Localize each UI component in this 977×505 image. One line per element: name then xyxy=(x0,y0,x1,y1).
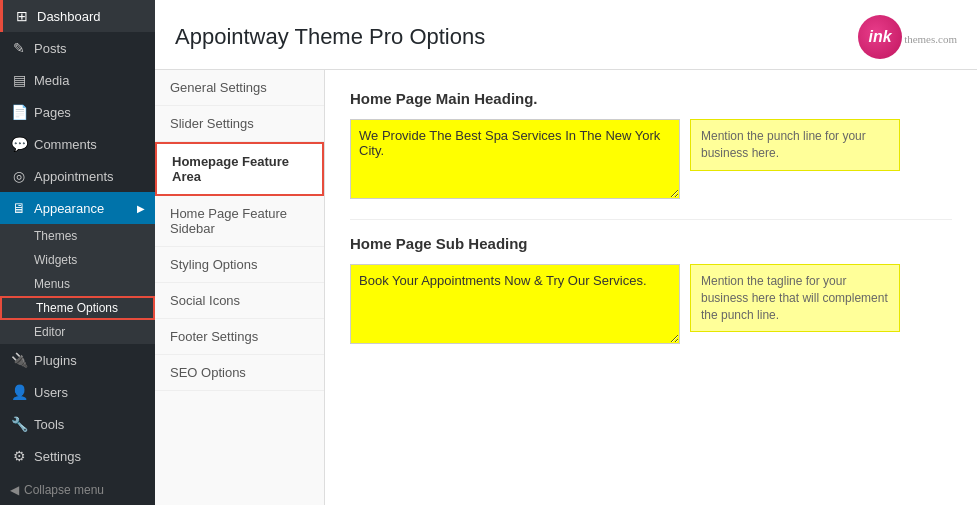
left-nav: General Settings Slider Settings Homepag… xyxy=(155,70,325,505)
logo-themes-text: themes.com xyxy=(904,27,957,48)
media-icon: ▤ xyxy=(10,72,28,88)
section1-hint: Mention the punch line for your business… xyxy=(690,119,900,171)
nav-slider-settings[interactable]: Slider Settings xyxy=(155,106,324,142)
tools-icon: 🔧 xyxy=(10,416,28,432)
nav-styling-options[interactable]: Styling Options xyxy=(155,247,324,283)
content-area: General Settings Slider Settings Homepag… xyxy=(155,70,977,505)
section-divider xyxy=(350,219,952,220)
right-panel: Home Page Main Heading. Mention the punc… xyxy=(325,70,977,505)
sidebar: ⊞ Dashboard ✎ Posts ▤ Media 📄 Pages 💬 Co… xyxy=(0,0,155,505)
nav-seo-options[interactable]: SEO Options xyxy=(155,355,324,391)
sidebar-item-editor[interactable]: Editor xyxy=(0,320,155,344)
pages-icon: 📄 xyxy=(10,104,28,120)
sidebar-item-tools[interactable]: 🔧 Tools xyxy=(0,408,155,440)
section2-hint: Mention the tagline for your business he… xyxy=(690,264,900,332)
collapse-menu-button[interactable]: ◀ Collapse menu xyxy=(0,475,155,505)
sidebar-item-appearance[interactable]: 🖥 Appearance ▶ xyxy=(0,192,155,224)
section2-title: Home Page Sub Heading xyxy=(350,235,952,252)
nav-home-page-feature-sidebar[interactable]: Home Page Feature Sidebar xyxy=(155,196,324,247)
main-content: Appointway Theme Pro Options ink themes.… xyxy=(155,0,977,505)
nav-social-icons[interactable]: Social Icons xyxy=(155,283,324,319)
collapse-icon: ◀ xyxy=(10,483,19,497)
chevron-right-icon: ▶ xyxy=(137,203,145,214)
page-title: Appointway Theme Pro Options xyxy=(175,24,485,50)
page-header: Appointway Theme Pro Options ink themes.… xyxy=(155,0,977,70)
logo: ink themes.com xyxy=(858,15,957,59)
appearance-icon: 🖥 xyxy=(10,200,28,216)
sidebar-item-plugins[interactable]: 🔌 Plugins xyxy=(0,344,155,376)
sidebar-item-pages[interactable]: 📄 Pages xyxy=(0,96,155,128)
sidebar-item-media[interactable]: ▤ Media xyxy=(0,64,155,96)
section1-title: Home Page Main Heading. xyxy=(350,90,952,107)
section2-input-row: Mention the tagline for your business he… xyxy=(350,264,952,344)
appointments-icon: ◎ xyxy=(10,168,28,184)
sidebar-item-menus[interactable]: Menus xyxy=(0,272,155,296)
logo-ink-text: ink xyxy=(869,28,892,46)
plugins-icon: 🔌 xyxy=(10,352,28,368)
nav-footer-settings[interactable]: Footer Settings xyxy=(155,319,324,355)
sidebar-item-dashboard[interactable]: ⊞ Dashboard xyxy=(0,0,155,32)
users-icon: 👤 xyxy=(10,384,28,400)
sidebar-item-posts[interactable]: ✎ Posts xyxy=(0,32,155,64)
sub-heading-textarea[interactable] xyxy=(350,264,680,344)
sidebar-item-users[interactable]: 👤 Users xyxy=(0,376,155,408)
logo-circle: ink xyxy=(858,15,902,59)
sidebar-item-theme-options[interactable]: Theme Options xyxy=(0,296,155,320)
comments-icon: 💬 xyxy=(10,136,28,152)
main-heading-textarea[interactable] xyxy=(350,119,680,199)
sidebar-item-themes[interactable]: Themes xyxy=(0,224,155,248)
settings-icon: ⚙ xyxy=(10,448,28,464)
dashboard-icon: ⊞ xyxy=(13,8,31,24)
nav-general-settings[interactable]: General Settings xyxy=(155,70,324,106)
sidebar-item-comments[interactable]: 💬 Comments xyxy=(0,128,155,160)
nav-homepage-feature-area[interactable]: Homepage Feature Area xyxy=(155,142,324,196)
sidebar-item-widgets[interactable]: Widgets xyxy=(0,248,155,272)
posts-icon: ✎ xyxy=(10,40,28,56)
appearance-submenu: Themes Widgets Menus Theme Options Edito… xyxy=(0,224,155,344)
section1-input-row: Mention the punch line for your business… xyxy=(350,119,952,199)
sidebar-item-settings[interactable]: ⚙ Settings xyxy=(0,440,155,472)
sidebar-item-appointments[interactable]: ◎ Appointments xyxy=(0,160,155,192)
